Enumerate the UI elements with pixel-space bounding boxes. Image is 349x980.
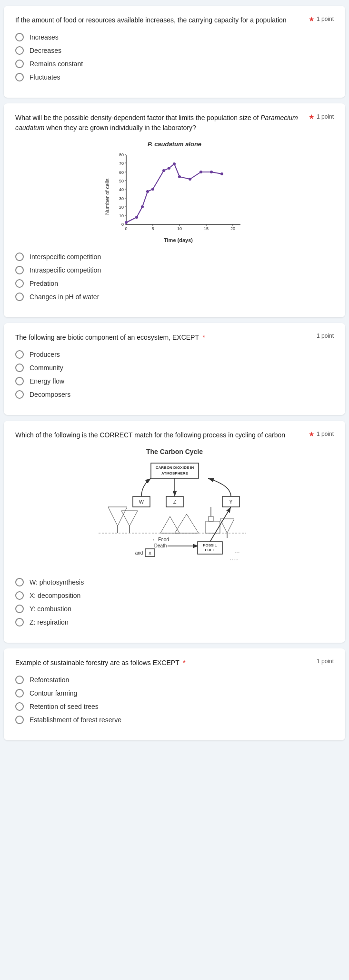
chart-svg-wrapper: 0 10 20 30 40 50 60 70 80 <box>112 151 245 243</box>
radio-y-combustion[interactable] <box>15 605 24 613</box>
svg-point-32 <box>146 190 149 193</box>
option-item[interactable]: Y: combustion <box>15 605 334 613</box>
option-item[interactable]: Establishment of forest reserve <box>15 716 334 724</box>
svg-text:5: 5 <box>151 226 154 231</box>
required-inline-3: * <box>203 333 205 341</box>
option-label: Predation <box>30 280 58 287</box>
option-label: Community <box>30 364 63 372</box>
required-inline-5: * <box>183 659 185 667</box>
option-item[interactable]: Decreases <box>15 46 334 55</box>
option-label: Establishment of forest reserve <box>30 716 121 724</box>
radio-w-photosynthesis[interactable] <box>15 578 24 586</box>
radio-fluctuates[interactable] <box>15 73 24 81</box>
option-item[interactable]: Increases <box>15 33 334 41</box>
required-star-1: ★ <box>309 15 315 23</box>
radio-decomposers[interactable] <box>15 390 24 399</box>
option-label: W: photosynthesis <box>30 578 84 586</box>
svg-text:0: 0 <box>125 226 127 231</box>
radio-decreases[interactable] <box>15 46 24 55</box>
question-1-text: If the amount of food or resources avail… <box>15 15 309 25</box>
radio-reforestation[interactable] <box>15 676 24 684</box>
question-2-header: What will be the possible density-depend… <box>15 113 334 133</box>
option-item[interactable]: Intraspecific competition <box>15 266 334 274</box>
option-item[interactable]: Changes in pH of water <box>15 293 334 301</box>
option-item[interactable]: Producers <box>15 350 334 359</box>
radio-retention-seed-trees[interactable] <box>15 702 24 711</box>
question-2: What will be the possible density-depend… <box>4 103 345 317</box>
radio-forest-reserve[interactable] <box>15 716 24 724</box>
radio-producers[interactable] <box>15 350 24 359</box>
svg-point-37 <box>178 175 181 178</box>
question-5-text: Example of sustainable forestry are as f… <box>15 658 317 668</box>
svg-text:20: 20 <box>119 205 123 210</box>
svg-marker-58 <box>175 514 199 533</box>
option-label: Energy flow <box>30 377 64 385</box>
svg-point-34 <box>162 169 165 172</box>
radio-increases[interactable] <box>15 33 24 41</box>
question-4: Which of the following is the CORRECT ma… <box>4 421 345 643</box>
svg-text:0: 0 <box>121 222 123 227</box>
radio-x-decomposition[interactable] <box>15 591 24 600</box>
required-star-4: ★ <box>309 430 315 438</box>
radio-intraspecific[interactable] <box>15 266 24 274</box>
option-item[interactable]: Decomposers <box>15 390 334 399</box>
question-5-options: Reforestation Contour farming Retention … <box>15 676 334 724</box>
radio-energy-flow[interactable] <box>15 377 24 385</box>
option-item[interactable]: Z: respiration <box>15 618 334 626</box>
svg-text:← Food: ← Food <box>152 537 169 542</box>
svg-text:30: 30 <box>119 196 123 201</box>
option-item[interactable]: Contour farming <box>15 689 334 697</box>
carbon-cycle-svg: CARBON DIOXIDE IN ATMOSPHERE W Z Y <box>94 459 256 569</box>
question-4-options: W: photosynthesis X: decomposition Y: co… <box>15 578 334 626</box>
carbon-cycle-title: The Carbon Cycle <box>94 448 256 455</box>
question-3-options: Producers Community Energy flow Decompos… <box>15 350 334 399</box>
radio-interspecific[interactable] <box>15 253 24 261</box>
option-item[interactable]: Energy flow <box>15 377 334 385</box>
svg-text:W: W <box>139 499 144 505</box>
y-axis-label: Number of cells <box>104 151 110 243</box>
question-1-options: Increases Decreases Remains constant Flu… <box>15 33 334 81</box>
option-label: Fluctuates <box>30 73 60 81</box>
option-item[interactable]: Remains constant <box>15 60 334 68</box>
question-1: If the amount of food or resources avail… <box>4 6 345 98</box>
svg-text:20: 20 <box>230 226 235 231</box>
option-item[interactable]: Retention of seed trees <box>15 702 334 711</box>
svg-text:ATMOSPHERE: ATMOSPHERE <box>161 471 189 475</box>
option-label: Changes in pH of water <box>30 293 99 301</box>
question-5-points: 1 point <box>317 658 334 665</box>
option-label: Remains constant <box>30 60 83 68</box>
option-label: Producers <box>30 351 60 358</box>
question-3: The following are biotic component of an… <box>4 323 345 415</box>
carbon-cycle-diagram: The Carbon Cycle CARBON DIOXIDE IN ATMOS… <box>94 448 256 570</box>
svg-marker-57 <box>160 516 179 533</box>
radio-ph-changes[interactable] <box>15 293 24 301</box>
question-3-points: 1 point <box>317 333 334 339</box>
option-label: Y: combustion <box>30 605 71 613</box>
option-item[interactable]: Community <box>15 364 334 372</box>
option-label: Retention of seed trees <box>30 703 99 710</box>
option-item[interactable]: Fluctuates <box>15 73 334 81</box>
question-4-text: Which of the following is the CORRECT ma… <box>15 430 309 440</box>
question-4-points: ★ 1 point <box>309 430 334 438</box>
option-label: Decreases <box>30 47 61 54</box>
svg-text:and: and <box>135 550 143 556</box>
option-label: Intraspecific competition <box>30 266 101 274</box>
option-item[interactable]: X: decomposition <box>15 591 334 600</box>
radio-contour-farming[interactable] <box>15 689 24 697</box>
question-4-header: Which of the following is the CORRECT ma… <box>15 430 334 440</box>
option-item[interactable]: W: photosynthesis <box>15 578 334 586</box>
svg-text:80: 80 <box>119 152 123 157</box>
radio-predation[interactable] <box>15 279 24 288</box>
option-item[interactable]: Predation <box>15 279 334 288</box>
option-item[interactable]: Interspecific competition <box>15 253 334 261</box>
option-item[interactable]: Reforestation <box>15 676 334 684</box>
radio-remains-constant[interactable] <box>15 60 24 68</box>
svg-rect-60 <box>209 516 213 521</box>
svg-point-36 <box>173 162 176 165</box>
svg-text:10: 10 <box>119 213 123 218</box>
svg-point-39 <box>199 171 202 173</box>
chart-svg: 0 10 20 30 40 50 60 70 80 <box>112 151 245 236</box>
radio-community[interactable] <box>15 364 24 372</box>
svg-text:CARBON DIOXIDE IN: CARBON DIOXIDE IN <box>155 465 194 470</box>
radio-z-respiration[interactable] <box>15 618 24 626</box>
